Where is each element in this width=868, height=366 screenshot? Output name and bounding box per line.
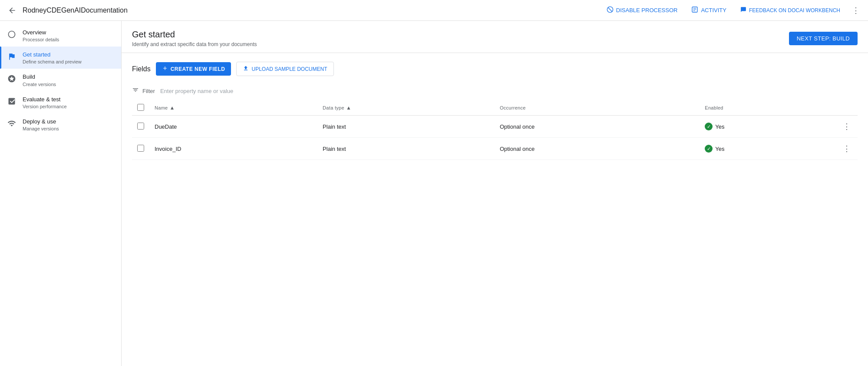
sidebar-overview-label: Overview	[23, 29, 59, 37]
upload-sample-document-button[interactable]: UPLOAD SAMPLE DOCUMENT	[236, 62, 333, 76]
row2-enabled-label: Yes	[715, 146, 724, 152]
overview-icon	[7, 30, 17, 39]
sidebar-evaluate-sublabel: Version performance	[23, 104, 67, 109]
activity-button[interactable]: ACTIVITY	[686, 3, 732, 17]
row1-enabled-label: Yes	[715, 123, 724, 130]
topbar: RodneyCDEGenAIDocumentation DISABLE PROC…	[0, 0, 868, 21]
svg-line-1	[608, 7, 612, 11]
page-subtitle: Identify and extract specific data from …	[132, 41, 257, 47]
feedback-label: FEEDBACK ON DOCAI WORKBENCH	[749, 7, 840, 13]
upload-icon	[243, 65, 249, 73]
sidebar-item-build[interactable]: Build Create versions	[0, 69, 121, 91]
sidebar-overview-sublabel: Processor details	[23, 37, 59, 42]
row1-more-button[interactable]: ⋮	[841, 120, 852, 133]
filter-row: Filter	[132, 83, 858, 99]
table-row: Invoice_ID Plain text Optional once ✓ Ye…	[132, 138, 858, 160]
filter-label: Filter	[142, 88, 155, 94]
disable-icon	[607, 6, 614, 14]
disable-processor-label: DISABLE PROCESSOR	[616, 7, 678, 13]
data-type-column-header[interactable]: Data type ▲	[317, 100, 495, 116]
row1-checkbox[interactable]	[137, 123, 144, 130]
next-step-button[interactable]: NEXT STEP: BUILD	[789, 32, 858, 45]
enabled-column-header: Enabled	[700, 100, 836, 116]
get-started-icon	[7, 52, 17, 61]
row2-name: Invoice_ID	[149, 138, 317, 160]
back-button[interactable]	[5, 3, 19, 17]
sidebar-build-sublabel: Create versions	[23, 82, 56, 87]
row2-enabled: ✓ Yes	[700, 138, 836, 160]
row1-enabled: ✓ Yes	[700, 116, 836, 138]
row1-occurrence: Optional once	[495, 116, 700, 138]
name-column-header[interactable]: Name ▲	[149, 100, 317, 116]
evaluate-icon	[7, 96, 17, 106]
main-layout: Overview Processor details Get started D…	[0, 21, 868, 366]
name-sort-icon: ▲	[170, 105, 175, 111]
activity-icon	[691, 6, 698, 14]
sidebar-get-started-sublabel: Define schema and preview	[23, 59, 82, 64]
select-all-checkbox-cell	[132, 100, 149, 116]
sidebar-get-started-label: Get started	[23, 51, 82, 59]
row1-checkbox-cell	[132, 116, 149, 138]
sidebar-item-deploy[interactable]: Deploy & use Manage versions	[0, 113, 121, 136]
fields-title: Fields	[132, 65, 151, 73]
row2-more-button[interactable]: ⋮	[841, 142, 852, 155]
enabled-check-icon: ✓	[705, 123, 713, 130]
table-header: Name ▲ Data type ▲ Occur	[132, 100, 858, 116]
sidebar-deploy-label: Deploy & use	[23, 118, 59, 126]
row1-actions-cell: ⋮	[836, 116, 858, 138]
fields-table-body: DueDate Plain text Optional once ✓ Yes ⋮	[132, 116, 858, 160]
fields-table: Name ▲ Data type ▲ Occur	[132, 100, 858, 160]
disable-processor-button[interactable]: DISABLE PROCESSOR	[601, 3, 683, 17]
actions-column-header	[836, 100, 858, 116]
sidebar-build-label: Build	[23, 73, 56, 81]
content-header: Get started Identify and extract specifi…	[122, 21, 868, 53]
feedback-button[interactable]: FEEDBACK ON DOCAI WORKBENCH	[735, 4, 845, 17]
row2-data-type: Plain text	[317, 138, 495, 160]
content-area: Get started Identify and extract specifi…	[122, 21, 868, 366]
filter-icon	[132, 87, 139, 95]
deploy-icon	[7, 119, 17, 128]
row2-checkbox[interactable]	[137, 145, 144, 152]
occurrence-column-header: Occurrence	[495, 100, 700, 116]
topbar-actions: DISABLE PROCESSOR ACTIVITY FEEDBACK ON D…	[601, 3, 863, 17]
sidebar-item-overview[interactable]: Overview Processor details	[0, 24, 121, 47]
sidebar-item-evaluate[interactable]: Evaluate & test Version performance	[0, 91, 121, 113]
table-row: DueDate Plain text Optional once ✓ Yes ⋮	[132, 116, 858, 138]
row1-name: DueDate	[149, 116, 317, 138]
sidebar-evaluate-label: Evaluate & test	[23, 96, 67, 103]
upload-label: UPLOAD SAMPLE DOCUMENT	[251, 66, 327, 72]
filter-input[interactable]	[160, 88, 858, 94]
row2-checkbox-cell	[132, 138, 149, 160]
app-title: RodneyCDEGenAIDocumentation	[23, 7, 598, 14]
row2-actions-cell: ⋮	[836, 138, 858, 160]
sidebar: Overview Processor details Get started D…	[0, 21, 122, 366]
create-field-label: CREATE NEW FIELD	[171, 66, 225, 72]
sidebar-item-get-started[interactable]: Get started Define schema and preview	[0, 47, 121, 69]
fields-toolbar: Fields CREATE NEW FIELD UPL	[132, 62, 858, 76]
fields-area: Fields CREATE NEW FIELD UPL	[122, 53, 868, 366]
select-all-checkbox[interactable]	[137, 104, 144, 111]
enabled-check-icon: ✓	[705, 145, 713, 153]
feedback-icon	[740, 7, 746, 14]
build-icon	[7, 74, 17, 83]
row2-occurrence: Optional once	[495, 138, 700, 160]
add-field-icon	[162, 65, 168, 73]
page-title: Get started	[132, 30, 257, 40]
sidebar-deploy-sublabel: Manage versions	[23, 126, 59, 131]
activity-label: ACTIVITY	[701, 7, 726, 13]
create-new-field-button[interactable]: CREATE NEW FIELD	[156, 62, 231, 76]
data-type-sort-icon: ▲	[346, 105, 351, 111]
more-options-button[interactable]: ⋮	[849, 3, 863, 17]
row1-data-type: Plain text	[317, 116, 495, 138]
